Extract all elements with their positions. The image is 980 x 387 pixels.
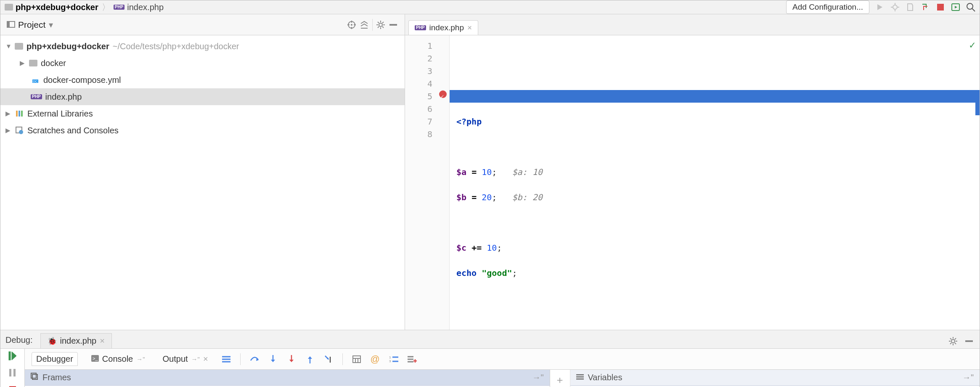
step-out-icon[interactable] xyxy=(305,355,315,364)
resume-icon[interactable] xyxy=(8,351,17,360)
gear-icon[interactable] xyxy=(376,20,385,29)
debug-icon[interactable] xyxy=(890,3,900,12)
force-step-into-icon[interactable] xyxy=(287,355,296,364)
step-over-icon[interactable] xyxy=(250,355,259,364)
run-to-cursor-icon[interactable] xyxy=(324,355,333,364)
code-lines[interactable]: <?php $a = 10; $a: 10 $b = 20; $b: 20 $c… xyxy=(456,103,980,305)
code-token: ; xyxy=(492,192,512,202)
svg-rect-44 xyxy=(965,340,973,342)
chevron-down-icon[interactable]: ▾ xyxy=(49,20,53,30)
hide-icon[interactable] xyxy=(389,20,398,29)
tree-node-docker[interactable]: ▶ docker xyxy=(0,55,405,72)
svg-rect-30 xyxy=(16,111,18,117)
run-dashboard-icon[interactable] xyxy=(951,3,960,12)
debug-left-toolbar xyxy=(0,349,25,387)
variables-toolbar: ＋ － ▲ ▼ xyxy=(550,370,570,387)
listen-icon[interactable] xyxy=(921,3,930,12)
chevron-right-icon[interactable]: ▶ xyxy=(5,105,11,122)
tree-node-root[interactable]: ▼ php+xdebug+docker ~/Code/tests/php+xde… xyxy=(0,38,405,55)
php-icon: PHP xyxy=(114,5,125,10)
project-tree[interactable]: ▼ php+xdebug+docker ~/Code/tests/php+xde… xyxy=(0,35,405,330)
code-token: ; xyxy=(492,167,512,177)
close-icon[interactable]: × xyxy=(100,336,105,346)
code-token: 10 xyxy=(482,167,492,177)
code-editor[interactable]: 1 2 3 4 5 6 7 8 ✓ <?php $a = 10; $a: 10 … xyxy=(405,35,980,330)
close-icon[interactable]: × xyxy=(203,354,208,364)
coverage-icon[interactable] xyxy=(906,3,915,12)
search-icon[interactable] xyxy=(966,3,975,12)
tab-debugger[interactable]: Debugger xyxy=(32,352,78,366)
close-icon[interactable]: × xyxy=(467,23,472,32)
svg-point-35 xyxy=(951,339,955,343)
tree-node-external-libs[interactable]: ▶ External Libraries xyxy=(0,105,405,122)
chevron-right-icon[interactable]: ▶ xyxy=(20,55,26,72)
code-token: 20 xyxy=(482,192,492,202)
target-icon[interactable] xyxy=(347,20,356,29)
svg-rect-47 xyxy=(13,369,16,376)
console-icon: >_ xyxy=(91,354,99,364)
inline-debug-value: $a: 10 xyxy=(512,167,542,177)
breadcrumb-root[interactable]: php+xdebug+docker xyxy=(5,3,98,12)
chevron-right-icon[interactable]: ▶ xyxy=(5,122,11,139)
tree-node-compose[interactable]: DC docker-compose.yml xyxy=(0,72,405,88)
svg-line-25 xyxy=(382,22,384,23)
add-icon[interactable]: ＋ xyxy=(555,373,565,387)
add-configuration-button[interactable]: Add Configuration... xyxy=(786,0,869,14)
watch-icon[interactable]: @ xyxy=(371,355,380,364)
docker-compose-icon: DC xyxy=(31,75,40,85)
stop-icon[interactable] xyxy=(8,385,17,387)
hide-icon[interactable] xyxy=(964,337,974,346)
line-number: 2 xyxy=(405,52,446,65)
show-values-icon[interactable]: 13 xyxy=(389,355,398,364)
library-icon xyxy=(15,109,24,118)
editor-tabs[interactable]: PHP index.php × xyxy=(405,14,980,35)
line-number: 3 xyxy=(405,65,446,77)
chevron-down-icon[interactable]: ▼ xyxy=(5,38,11,55)
breadcrumb-root-label: php+xdebug+docker xyxy=(16,3,98,12)
svg-rect-70 xyxy=(353,356,360,363)
php-icon: PHP xyxy=(31,94,42,99)
svg-rect-27 xyxy=(389,24,397,26)
svg-point-7 xyxy=(967,3,973,9)
variables-header: Variables →" xyxy=(570,370,980,386)
breadcrumb[interactable]: php+xdebug+docker 〉 PHP index.php xyxy=(5,2,164,13)
breakpoint-icon[interactable] xyxy=(439,90,447,98)
frames-icon xyxy=(31,373,38,382)
debug-session-tab[interactable]: 🐞 index.php × xyxy=(40,333,112,348)
svg-line-26 xyxy=(378,27,379,28)
tab-output[interactable]: Output →" × xyxy=(159,353,212,366)
tree-node-label: php+xdebug+docker xyxy=(26,38,109,55)
stop-icon[interactable] xyxy=(936,3,945,12)
evaluate-icon[interactable] xyxy=(352,355,361,364)
run-icon[interactable] xyxy=(875,3,885,12)
tree-node-index[interactable]: PHP index.php xyxy=(0,88,405,105)
tree-node-scratches[interactable]: ▶ Scratches and Consoles xyxy=(0,122,405,139)
gear-icon[interactable] xyxy=(948,337,958,346)
code-token: $c xyxy=(456,243,466,253)
breadcrumb-file[interactable]: PHP index.php xyxy=(114,3,164,12)
project-view-icon xyxy=(7,20,15,29)
add-watch-icon[interactable] xyxy=(408,355,417,364)
code-token: $c = &$a; xyxy=(456,217,502,228)
collapse-all-icon[interactable] xyxy=(360,20,369,29)
svg-text:1: 1 xyxy=(389,355,391,359)
navigation-bar: php+xdebug+docker 〉 PHP index.php Add Co… xyxy=(0,0,980,14)
project-panel-header[interactable]: Project ▾ xyxy=(0,14,405,35)
svg-line-42 xyxy=(955,338,956,339)
svg-point-34 xyxy=(19,130,23,134)
inspection-ok-icon[interactable]: ✓ xyxy=(969,39,975,51)
tree-node-label: External Libraries xyxy=(27,105,93,122)
pause-icon[interactable] xyxy=(8,368,17,377)
code-token: $b xyxy=(456,192,466,202)
debug-tool-window: Debug: 🐞 index.php × xyxy=(0,330,980,387)
debug-header: Debug: 🐞 index.php × xyxy=(0,330,980,349)
code-token: $a xyxy=(456,167,466,177)
svg-point-18 xyxy=(379,23,382,27)
editor-gutter[interactable]: 1 2 3 4 5 6 7 8 xyxy=(405,35,450,330)
tab-console[interactable]: >_ Console →" xyxy=(87,353,149,366)
php-icon: PHP xyxy=(415,25,426,30)
debug-label: Debug: xyxy=(0,335,40,348)
step-into-icon[interactable] xyxy=(268,355,278,364)
editor-tab-index[interactable]: PHP index.php × xyxy=(408,20,478,35)
thread-dump-icon[interactable] xyxy=(222,355,231,364)
